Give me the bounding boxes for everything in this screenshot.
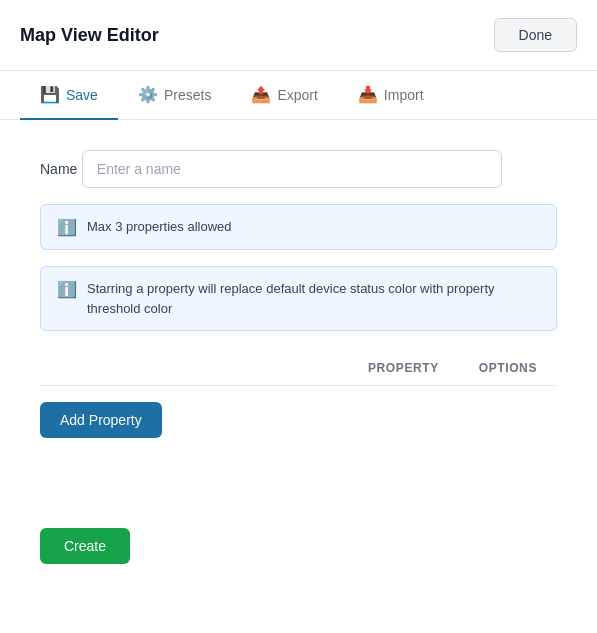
tab-nav: 💾 Save ⚙️ Presets 📤 Export 📥 Import: [0, 71, 597, 120]
done-button[interactable]: Done: [494, 18, 577, 52]
tab-import-label: Import: [384, 87, 424, 103]
save-icon: 💾: [40, 85, 60, 104]
tab-save-label: Save: [66, 87, 98, 103]
info-section: ℹ️ Max 3 properties allowed ℹ️ Starring …: [40, 204, 557, 331]
info-text-max-properties: Max 3 properties allowed: [87, 217, 232, 237]
main-content: Name ℹ️ Max 3 properties allowed ℹ️ Star…: [0, 120, 597, 594]
app-header: Map View Editor Done: [0, 0, 597, 71]
info-box-max-properties: ℹ️ Max 3 properties allowed: [40, 204, 557, 250]
tab-export[interactable]: 📤 Export: [231, 71, 337, 120]
tab-presets-label: Presets: [164, 87, 211, 103]
name-input[interactable]: [82, 150, 502, 188]
import-icon: 📥: [358, 85, 378, 104]
tab-presets[interactable]: ⚙️ Presets: [118, 71, 231, 120]
create-button[interactable]: Create: [40, 528, 130, 564]
tab-import[interactable]: 📥 Import: [338, 71, 444, 120]
presets-icon: ⚙️: [138, 85, 158, 104]
add-property-button[interactable]: Add Property: [40, 402, 162, 438]
export-icon: 📤: [251, 85, 271, 104]
info-icon-1: ℹ️: [57, 218, 77, 237]
info-box-starring: ℹ️ Starring a property will replace defa…: [40, 266, 557, 331]
tab-export-label: Export: [277, 87, 317, 103]
info-text-starring: Starring a property will replace default…: [87, 279, 540, 318]
page-title: Map View Editor: [20, 25, 159, 46]
info-icon-2: ℹ️: [57, 280, 77, 299]
name-label: Name: [40, 161, 77, 177]
tab-save[interactable]: 💾 Save: [20, 71, 118, 120]
col-header-options: OPTIONS: [479, 361, 537, 375]
table-header: PROPERTY OPTIONS: [40, 361, 557, 386]
col-header-property: PROPERTY: [368, 361, 439, 375]
name-field-group: Name: [40, 150, 557, 188]
